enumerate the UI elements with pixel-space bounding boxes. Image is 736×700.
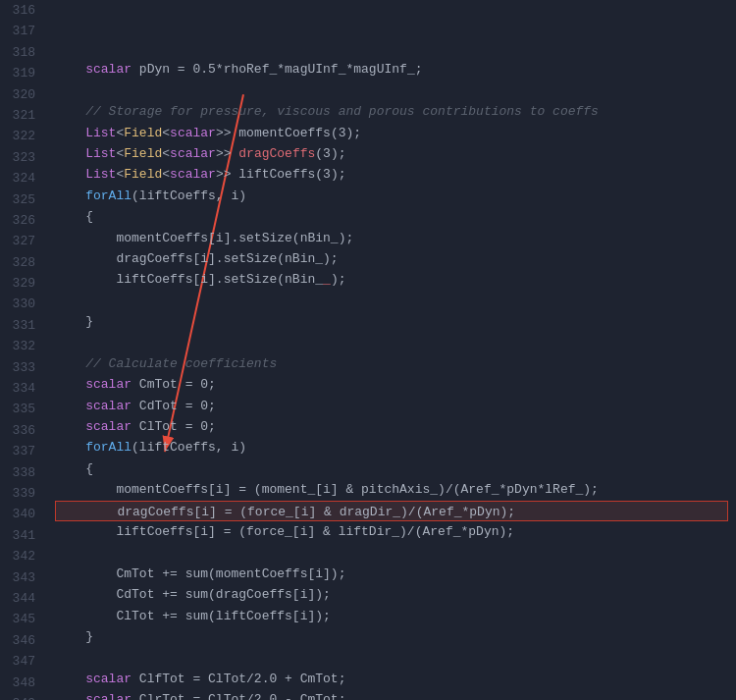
line-number: 319 bbox=[8, 63, 35, 83]
token: } bbox=[55, 314, 93, 329]
token: List bbox=[85, 146, 116, 161]
token: ClTot = 0; bbox=[131, 419, 216, 434]
line-number: 330 bbox=[8, 294, 35, 314]
token: >> momentCoeffs(3); bbox=[216, 126, 361, 140]
line-number: 339 bbox=[8, 483, 35, 504]
code-line: List<Field<scalar>> dragCoeffs(3); bbox=[55, 143, 728, 164]
code-line: } bbox=[55, 626, 728, 647]
token: >> bbox=[216, 146, 238, 161]
line-number: 321 bbox=[8, 105, 35, 126]
token: // Calculate coefficients bbox=[85, 356, 277, 371]
line-number: 316 bbox=[8, 0, 35, 21]
line-number: 341 bbox=[8, 525, 35, 546]
code-line: scalar ClTot = 0; bbox=[55, 416, 728, 437]
code-line: liftCoeffs[i].setSize(nBin__); bbox=[55, 269, 728, 290]
code-line: { bbox=[55, 458, 728, 479]
token: ClTot += sum(liftCoeffs[i]); bbox=[116, 609, 330, 623]
code-line bbox=[55, 542, 728, 563]
token: ClrTot = ClTot/2.0 - CmTot; bbox=[131, 692, 345, 700]
token: (liftCoeffs, i) bbox=[131, 188, 246, 203]
token: scalar bbox=[85, 672, 131, 686]
token: scalar bbox=[85, 399, 131, 413]
code-line bbox=[55, 647, 728, 668]
token: momentCoeffs[i].setSize(nBin_); bbox=[116, 231, 353, 245]
token: scalar bbox=[85, 62, 131, 77]
token: (3); bbox=[315, 146, 345, 161]
token: forAll bbox=[85, 188, 131, 203]
line-number: 327 bbox=[8, 231, 35, 251]
code-line: { bbox=[55, 206, 728, 227]
token: pDyn = 0.5*rhoRef_*magUInf_*magUInf_; bbox=[131, 62, 422, 77]
token: // Storage for pressure, viscous and por… bbox=[85, 104, 599, 119]
line-number: 334 bbox=[8, 378, 35, 399]
token: CdTot += sum(dragCoeffs[i]); bbox=[116, 587, 330, 602]
line-number: 329 bbox=[8, 273, 35, 294]
code-line: ClTot += sum(liftCoeffs[i]); bbox=[55, 606, 728, 626]
token: forAll bbox=[85, 440, 131, 455]
token: < bbox=[162, 167, 170, 182]
token: >> liftCoeffs(3); bbox=[216, 167, 346, 182]
token: dragCoeffs bbox=[238, 146, 315, 161]
line-number: 333 bbox=[8, 357, 35, 378]
token: dragCoeffs[i] = (force_[i] & dragDir_)/(… bbox=[117, 505, 515, 519]
code-line: scalar CmTot = 0; bbox=[55, 374, 728, 395]
code-line: // Calculate coefficients bbox=[55, 353, 728, 374]
token: CmTot += sum(momentCoeffs[i]); bbox=[116, 566, 345, 581]
line-number: 349 bbox=[8, 693, 35, 700]
code-line: scalar CdTot = 0; bbox=[55, 396, 728, 416]
token: < bbox=[162, 146, 170, 161]
line-number: 335 bbox=[8, 399, 35, 419]
code-line: scalar ClfTot = ClTot/2.0 + CmTot; bbox=[55, 669, 728, 689]
line-number: 345 bbox=[8, 609, 35, 629]
line-number: 343 bbox=[8, 567, 35, 588]
token: Field bbox=[124, 126, 162, 140]
line-number: 318 bbox=[8, 42, 35, 63]
code-line: } bbox=[55, 311, 728, 332]
line-number: 340 bbox=[8, 504, 35, 524]
token: (liftCoeffs, i) bbox=[131, 440, 246, 455]
token: { bbox=[55, 209, 93, 224]
code-line: scalar pDyn = 0.5*rhoRef_*magUInf_*magUI… bbox=[55, 59, 728, 80]
line-number: 336 bbox=[8, 420, 35, 441]
line-number: 322 bbox=[8, 126, 35, 146]
code-line bbox=[55, 81, 728, 101]
line-number: 320 bbox=[8, 84, 35, 105]
line-number: 325 bbox=[8, 189, 35, 210]
line-number: 342 bbox=[8, 546, 35, 566]
code-line bbox=[55, 333, 728, 353]
token: CmTot = 0; bbox=[131, 377, 216, 392]
code-content[interactable]: scalar pDyn = 0.5*rhoRef_*magUInf_*magUI… bbox=[47, 0, 736, 700]
token: scalar bbox=[85, 692, 131, 700]
token: } bbox=[55, 629, 93, 644]
line-number: 338 bbox=[8, 462, 35, 483]
token: momentCoeffs[i] = (moment_[i] & pitchAxi… bbox=[116, 482, 598, 497]
line-number: 332 bbox=[8, 336, 35, 356]
token: CdTot = 0; bbox=[131, 399, 216, 413]
line-numbers: 3163173183193203213223233243253263273283… bbox=[0, 0, 47, 700]
line-number: 346 bbox=[8, 630, 35, 651]
line-number: 326 bbox=[8, 210, 35, 231]
line-number: 347 bbox=[8, 651, 35, 672]
token: < bbox=[162, 126, 170, 140]
line-number: 337 bbox=[8, 441, 35, 461]
line-number: 331 bbox=[8, 315, 35, 336]
token: scalar bbox=[170, 146, 216, 161]
line-number: 344 bbox=[8, 588, 35, 609]
token: _ bbox=[323, 272, 331, 287]
token: scalar bbox=[85, 419, 131, 434]
line-number: 324 bbox=[8, 168, 35, 188]
token: scalar bbox=[170, 167, 216, 182]
code-line: CdTot += sum(dragCoeffs[i]); bbox=[55, 584, 728, 605]
code-line: momentCoeffs[i].setSize(nBin_); bbox=[55, 228, 728, 248]
line-number: 348 bbox=[8, 673, 35, 693]
token: List bbox=[85, 167, 116, 182]
code-line: dragCoeffs[i] = (force_[i] & dragDir_)/(… bbox=[55, 501, 728, 521]
code-editor: 3163173183193203213223233243253263273283… bbox=[0, 0, 736, 700]
code-line: forAll(liftCoeffs, i) bbox=[55, 186, 728, 206]
line-number: 328 bbox=[8, 252, 35, 273]
line-number: 317 bbox=[8, 21, 35, 41]
line-number: 323 bbox=[8, 147, 35, 168]
code-line: List<Field<scalar>> momentCoeffs(3); bbox=[55, 123, 728, 143]
token: List bbox=[85, 126, 116, 140]
token: ClfTot = ClTot/2.0 + CmTot; bbox=[131, 672, 345, 686]
